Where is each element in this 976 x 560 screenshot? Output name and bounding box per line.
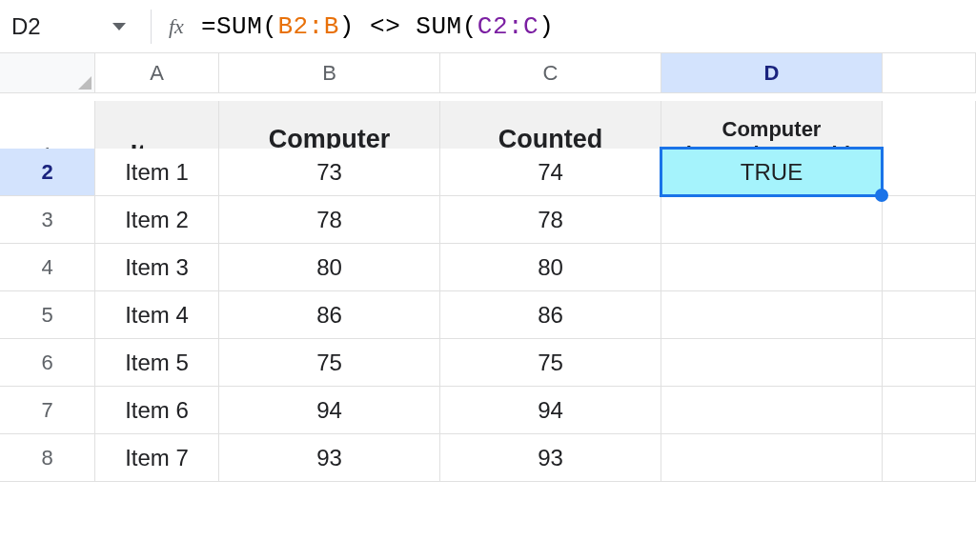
cell-A7[interactable]: Item 6 [95,387,219,434]
cell-D7[interactable] [661,387,883,434]
cell-E8[interactable] [883,434,976,482]
col-head-c[interactable]: C [440,53,661,93]
row-head-5[interactable]: 5 [0,291,95,339]
cell-C8[interactable]: 93 [440,434,661,482]
cell-D2[interactable]: TRUE [661,149,883,196]
cell-A3[interactable]: Item 2 [95,196,219,244]
cell-E3[interactable] [883,196,976,244]
cell-B8[interactable]: 93 [219,434,440,482]
cell-D2-value: TRUE [741,159,803,186]
cell-A2[interactable]: Item 1 [95,149,219,196]
cell-A5[interactable]: Item 4 [95,291,219,339]
cell-A4[interactable]: Item 3 [95,244,219,291]
row-head-2[interactable]: 2 [0,149,95,196]
cell-C2[interactable]: 74 [440,149,661,196]
fx-icon[interactable]: fx [169,14,184,39]
row-head-8[interactable]: 8 [0,434,95,482]
cell-B2[interactable]: 73 [219,149,440,196]
cell-D5[interactable] [661,291,883,339]
formula-input[interactable]: =SUM(B2:B) <> SUM(C2:C) [201,12,554,41]
cell-B7[interactable]: 94 [219,387,440,434]
active-cell-ref: D2 [11,13,41,40]
cell-E4[interactable] [883,244,976,291]
cell-C5[interactable]: 86 [440,291,661,339]
formula-bar: D2 fx =SUM(B2:B) <> SUM(C2:C) [0,0,976,53]
cell-D4[interactable] [661,244,883,291]
row-head-3[interactable]: 3 [0,196,95,244]
cell-B5[interactable]: 86 [219,291,440,339]
row-head-7[interactable]: 7 [0,387,95,434]
spreadsheet-grid[interactable]: A B C D 1 Item Computer inventory Counte… [0,53,976,482]
col-head-b[interactable]: B [219,53,440,93]
cell-C7[interactable]: 94 [440,387,661,434]
row-head-6[interactable]: 6 [0,339,95,387]
cell-D3[interactable] [661,196,883,244]
chevron-down-icon[interactable] [112,23,126,30]
name-box[interactable]: D2 [11,13,145,40]
cell-C6[interactable]: 75 [440,339,661,387]
cell-E6[interactable] [883,339,976,387]
fill-handle[interactable] [875,189,888,202]
col-head-e[interactable] [883,53,976,93]
cell-A6[interactable]: Item 5 [95,339,219,387]
cell-E2[interactable] [883,149,976,196]
cell-C4[interactable]: 80 [440,244,661,291]
col-head-d[interactable]: D [661,53,883,93]
col-head-a[interactable]: A [95,53,219,93]
cell-B3[interactable]: 78 [219,196,440,244]
select-all-corner[interactable] [0,53,95,93]
cell-E5[interactable] [883,291,976,339]
cell-B4[interactable]: 80 [219,244,440,291]
cell-D8[interactable] [661,434,883,482]
cell-C3[interactable]: 78 [440,196,661,244]
cell-D6[interactable] [661,339,883,387]
row-head-4[interactable]: 4 [0,244,95,291]
cell-B6[interactable]: 75 [219,339,440,387]
cell-E7[interactable] [883,387,976,434]
cell-A8[interactable]: Item 7 [95,434,219,482]
divider [151,10,152,44]
